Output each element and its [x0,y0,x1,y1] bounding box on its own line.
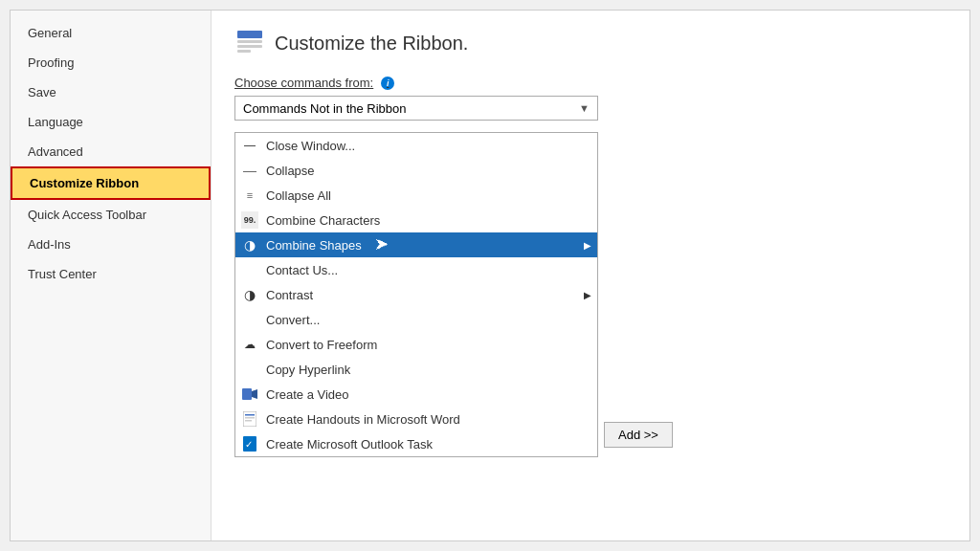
customize-ribbon-icon [234,28,265,58]
svg-marker-5 [252,389,257,399]
command-item-close-window[interactable]: —Close Window... [235,133,597,158]
chevron-down-icon: ▼ [579,102,590,114]
cmd-close-window-icon: — [241,137,258,154]
combine-chars-icon: 99. [241,211,258,229]
sidebar-item-proofing[interactable]: Proofing [11,48,211,77]
dropdown-value: Commands Not in the Ribbon [243,101,407,116]
command-item-create-outlook-task[interactable]: ✓Create Microsoft Outlook Task [235,431,597,456]
command-item-contact-us[interactable]: Contact Us... [235,257,597,282]
collapse-icon: — [241,162,258,179]
sidebar-item-customize-ribbon[interactable]: Customize Ribbon [11,166,211,200]
cmd-generic-icon [241,361,258,378]
svg-rect-6 [243,411,256,427]
command-item-contrast[interactable]: ◑Contrast▶ [235,282,597,307]
main-content: Customize the Ribbon. Choose commands fr… [212,11,969,540]
sidebar-item-quick-access[interactable]: Quick Access Toolbar [11,200,211,230]
submenu-arrow-icon: ▶ [584,290,591,300]
submenu-arrow-icon: ▶ [584,240,591,251]
command-item-create-video[interactable]: Create a Video [235,382,597,407]
outlook-task-icon: ✓ [241,435,258,452]
svg-text:✓: ✓ [245,439,253,450]
svg-rect-7 [245,414,255,416]
command-item-copy-hyperlink[interactable]: Copy Hyperlink [235,357,597,382]
command-item-collapse[interactable]: —Collapse [235,158,597,183]
page-title-text: Customize the Ribbon. [275,33,468,55]
svg-rect-2 [237,45,262,48]
handouts-icon [241,410,258,428]
command-item-collapse-all[interactable]: ≡Collapse All [235,183,597,208]
contrast-icon: ◑ [241,286,258,303]
sidebar-item-save[interactable]: Save [11,77,211,107]
commands-list-container: —Close Window...—Collapse≡Collapse All99… [234,132,598,457]
collapse-all-icon: ≡ [241,187,258,204]
command-item-create-handouts[interactable]: Create Handouts in Microsoft Word [235,407,597,431]
add-button[interactable]: Add >> [604,422,673,448]
sidebar-item-advanced[interactable]: Advanced [11,137,211,166]
sidebar-item-trust-center[interactable]: Trust Center [11,259,211,289]
svg-rect-1 [237,40,262,43]
combine-shapes-icon: ◑ [241,236,258,253]
commands-dropdown[interactable]: Commands Not in the Ribbon ▼ [234,96,598,121]
command-item-combine-characters[interactable]: 99.Combine Characters [235,208,597,232]
svg-rect-9 [245,420,252,422]
sidebar-item-language[interactable]: Language [11,107,211,137]
page-title-container: Customize the Ribbon. [234,28,947,58]
svg-rect-3 [237,50,251,53]
commands-list[interactable]: —Close Window...—Collapse≡Collapse All99… [235,133,597,456]
svg-rect-0 [237,31,262,38]
sidebar-item-add-ins[interactable]: Add-Ins [11,230,211,259]
commands-dropdown-container: Commands Not in the Ribbon ▼ [234,96,947,121]
freeform-icon: ☁ [241,336,258,353]
command-item-convert[interactable]: Convert... [235,307,597,332]
cmd-generic-icon [241,261,258,278]
sidebar-item-general[interactable]: General [11,18,211,48]
choose-commands-label: Choose commands from: i [234,76,947,90]
command-item-convert-freeform[interactable]: ☁Convert to Freeform [235,332,597,357]
svg-rect-8 [245,417,255,419]
cmd-generic-icon [241,311,258,328]
sidebar: GeneralProofingSaveLanguageAdvancedCusto… [11,11,212,540]
mouse-cursor: ⮞ [375,237,389,253]
info-icon: i [381,77,394,90]
command-item-combine-shapes[interactable]: ◑Combine Shapes⮞▶ [235,232,597,257]
svg-rect-4 [242,388,252,400]
video-icon [241,386,258,403]
